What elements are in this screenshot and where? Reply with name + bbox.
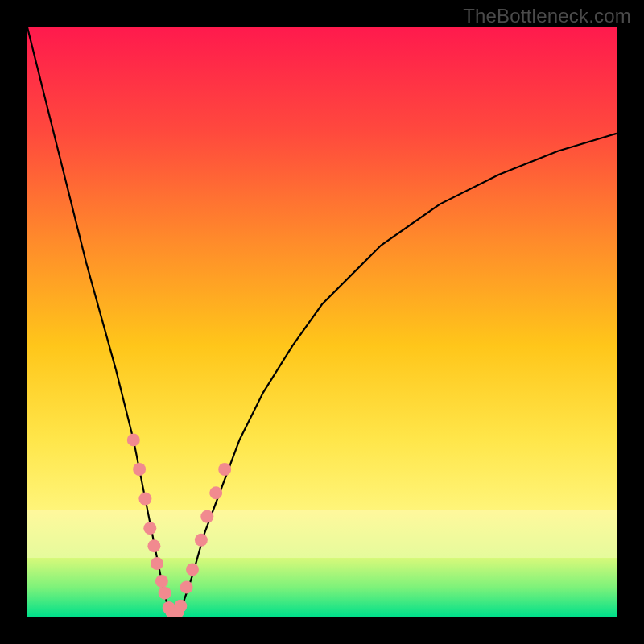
sample-dots-group [127, 433, 231, 617]
sample-dot [174, 600, 187, 613]
sample-dot [151, 557, 163, 570]
plot-area [27, 27, 617, 617]
sample-dot [155, 575, 168, 588]
sample-dot [200, 510, 213, 523]
chart-svg [27, 27, 617, 617]
attribution-text: TheBottleneck.com [463, 5, 631, 27]
sample-dot [186, 563, 199, 576]
sample-dot [133, 463, 146, 476]
sample-dot [218, 463, 231, 476]
sample-dot [127, 433, 140, 446]
sample-dot [209, 486, 222, 499]
sample-dot [159, 587, 171, 600]
sample-dot [195, 534, 208, 547]
sample-dot [147, 539, 160, 552]
bottleneck-curve [27, 27, 617, 617]
outer-frame: TheBottleneck.com [0, 0, 644, 644]
sample-dot [138, 493, 151, 506]
sample-dot [180, 580, 193, 593]
sample-dot [143, 522, 156, 535]
